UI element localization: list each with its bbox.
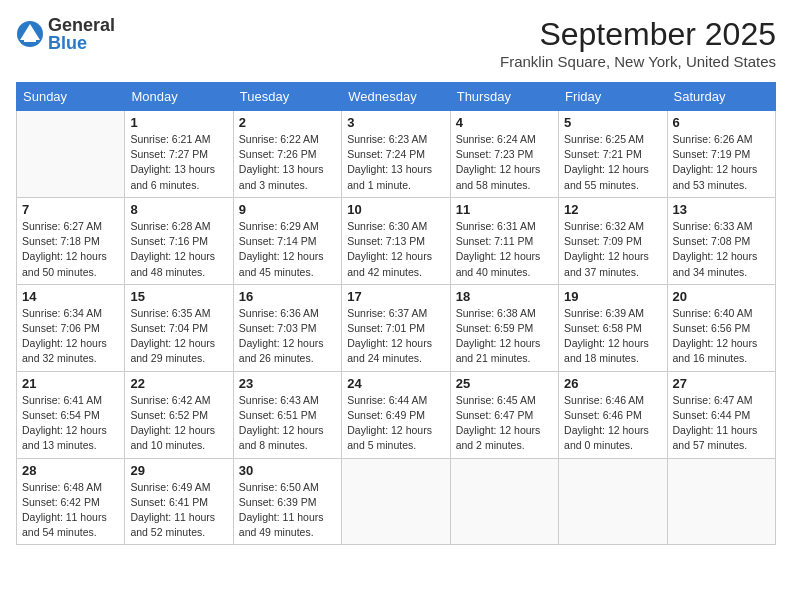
day-info: Sunrise: 6:36 AM Sunset: 7:03 PM Dayligh…: [239, 306, 336, 367]
day-number: 13: [673, 202, 770, 217]
day-info: Sunrise: 6:37 AM Sunset: 7:01 PM Dayligh…: [347, 306, 444, 367]
header-tuesday: Tuesday: [233, 83, 341, 111]
day-number: 14: [22, 289, 119, 304]
calendar-cell: 22Sunrise: 6:42 AM Sunset: 6:52 PM Dayli…: [125, 371, 233, 458]
day-info: Sunrise: 6:30 AM Sunset: 7:13 PM Dayligh…: [347, 219, 444, 280]
calendar-cell: [450, 458, 558, 545]
calendar-cell: [342, 458, 450, 545]
calendar-cell: 24Sunrise: 6:44 AM Sunset: 6:49 PM Dayli…: [342, 371, 450, 458]
calendar-cell: 26Sunrise: 6:46 AM Sunset: 6:46 PM Dayli…: [559, 371, 667, 458]
day-info: Sunrise: 6:26 AM Sunset: 7:19 PM Dayligh…: [673, 132, 770, 193]
calendar-cell: 9Sunrise: 6:29 AM Sunset: 7:14 PM Daylig…: [233, 197, 341, 284]
calendar-cell: 16Sunrise: 6:36 AM Sunset: 7:03 PM Dayli…: [233, 284, 341, 371]
day-number: 15: [130, 289, 227, 304]
day-number: 30: [239, 463, 336, 478]
day-info: Sunrise: 6:48 AM Sunset: 6:42 PM Dayligh…: [22, 480, 119, 541]
day-number: 5: [564, 115, 661, 130]
svg-rect-2: [24, 37, 36, 42]
calendar-cell: 6Sunrise: 6:26 AM Sunset: 7:19 PM Daylig…: [667, 111, 775, 198]
logo-blue: Blue: [48, 34, 115, 52]
calendar-cell: 20Sunrise: 6:40 AM Sunset: 6:56 PM Dayli…: [667, 284, 775, 371]
day-number: 7: [22, 202, 119, 217]
calendar-header-row: SundayMondayTuesdayWednesdayThursdayFrid…: [17, 83, 776, 111]
day-number: 26: [564, 376, 661, 391]
day-info: Sunrise: 6:31 AM Sunset: 7:11 PM Dayligh…: [456, 219, 553, 280]
calendar-cell: 10Sunrise: 6:30 AM Sunset: 7:13 PM Dayli…: [342, 197, 450, 284]
day-number: 23: [239, 376, 336, 391]
day-number: 20: [673, 289, 770, 304]
day-number: 2: [239, 115, 336, 130]
day-info: Sunrise: 6:34 AM Sunset: 7:06 PM Dayligh…: [22, 306, 119, 367]
day-number: 16: [239, 289, 336, 304]
week-row-5: 28Sunrise: 6:48 AM Sunset: 6:42 PM Dayli…: [17, 458, 776, 545]
calendar-cell: 29Sunrise: 6:49 AM Sunset: 6:41 PM Dayli…: [125, 458, 233, 545]
day-number: 1: [130, 115, 227, 130]
day-info: Sunrise: 6:21 AM Sunset: 7:27 PM Dayligh…: [130, 132, 227, 193]
logo-text: General Blue: [48, 16, 115, 52]
day-info: Sunrise: 6:38 AM Sunset: 6:59 PM Dayligh…: [456, 306, 553, 367]
day-number: 19: [564, 289, 661, 304]
day-number: 4: [456, 115, 553, 130]
day-info: Sunrise: 6:41 AM Sunset: 6:54 PM Dayligh…: [22, 393, 119, 454]
day-number: 28: [22, 463, 119, 478]
calendar-table: SundayMondayTuesdayWednesdayThursdayFrid…: [16, 82, 776, 545]
header-thursday: Thursday: [450, 83, 558, 111]
day-info: Sunrise: 6:43 AM Sunset: 6:51 PM Dayligh…: [239, 393, 336, 454]
calendar-cell: 7Sunrise: 6:27 AM Sunset: 7:18 PM Daylig…: [17, 197, 125, 284]
week-row-1: 1Sunrise: 6:21 AM Sunset: 7:27 PM Daylig…: [17, 111, 776, 198]
calendar-cell: 21Sunrise: 6:41 AM Sunset: 6:54 PM Dayli…: [17, 371, 125, 458]
day-info: Sunrise: 6:29 AM Sunset: 7:14 PM Dayligh…: [239, 219, 336, 280]
calendar-cell: 12Sunrise: 6:32 AM Sunset: 7:09 PM Dayli…: [559, 197, 667, 284]
day-info: Sunrise: 6:28 AM Sunset: 7:16 PM Dayligh…: [130, 219, 227, 280]
calendar-cell: [667, 458, 775, 545]
day-info: Sunrise: 6:24 AM Sunset: 7:23 PM Dayligh…: [456, 132, 553, 193]
day-info: Sunrise: 6:33 AM Sunset: 7:08 PM Dayligh…: [673, 219, 770, 280]
day-number: 11: [456, 202, 553, 217]
calendar-cell: [17, 111, 125, 198]
day-info: Sunrise: 6:45 AM Sunset: 6:47 PM Dayligh…: [456, 393, 553, 454]
calendar-cell: 11Sunrise: 6:31 AM Sunset: 7:11 PM Dayli…: [450, 197, 558, 284]
day-number: 8: [130, 202, 227, 217]
day-info: Sunrise: 6:32 AM Sunset: 7:09 PM Dayligh…: [564, 219, 661, 280]
calendar-cell: 19Sunrise: 6:39 AM Sunset: 6:58 PM Dayli…: [559, 284, 667, 371]
day-info: Sunrise: 6:50 AM Sunset: 6:39 PM Dayligh…: [239, 480, 336, 541]
day-number: 25: [456, 376, 553, 391]
day-info: Sunrise: 6:22 AM Sunset: 7:26 PM Dayligh…: [239, 132, 336, 193]
calendar-cell: 27Sunrise: 6:47 AM Sunset: 6:44 PM Dayli…: [667, 371, 775, 458]
calendar-cell: 1Sunrise: 6:21 AM Sunset: 7:27 PM Daylig…: [125, 111, 233, 198]
week-row-2: 7Sunrise: 6:27 AM Sunset: 7:18 PM Daylig…: [17, 197, 776, 284]
day-info: Sunrise: 6:35 AM Sunset: 7:04 PM Dayligh…: [130, 306, 227, 367]
calendar-cell: 25Sunrise: 6:45 AM Sunset: 6:47 PM Dayli…: [450, 371, 558, 458]
calendar-cell: 13Sunrise: 6:33 AM Sunset: 7:08 PM Dayli…: [667, 197, 775, 284]
day-info: Sunrise: 6:27 AM Sunset: 7:18 PM Dayligh…: [22, 219, 119, 280]
day-number: 18: [456, 289, 553, 304]
location: Franklin Square, New York, United States: [500, 53, 776, 70]
day-info: Sunrise: 6:47 AM Sunset: 6:44 PM Dayligh…: [673, 393, 770, 454]
day-info: Sunrise: 6:25 AM Sunset: 7:21 PM Dayligh…: [564, 132, 661, 193]
day-number: 27: [673, 376, 770, 391]
calendar-cell: 17Sunrise: 6:37 AM Sunset: 7:01 PM Dayli…: [342, 284, 450, 371]
header-sunday: Sunday: [17, 83, 125, 111]
day-info: Sunrise: 6:46 AM Sunset: 6:46 PM Dayligh…: [564, 393, 661, 454]
day-number: 3: [347, 115, 444, 130]
day-info: Sunrise: 6:49 AM Sunset: 6:41 PM Dayligh…: [130, 480, 227, 541]
calendar-cell: 8Sunrise: 6:28 AM Sunset: 7:16 PM Daylig…: [125, 197, 233, 284]
day-number: 21: [22, 376, 119, 391]
day-number: 22: [130, 376, 227, 391]
calendar-cell: 28Sunrise: 6:48 AM Sunset: 6:42 PM Dayli…: [17, 458, 125, 545]
header-friday: Friday: [559, 83, 667, 111]
calendar-cell: 14Sunrise: 6:34 AM Sunset: 7:06 PM Dayli…: [17, 284, 125, 371]
day-number: 10: [347, 202, 444, 217]
calendar-cell: [559, 458, 667, 545]
calendar-cell: 23Sunrise: 6:43 AM Sunset: 6:51 PM Dayli…: [233, 371, 341, 458]
calendar-cell: 4Sunrise: 6:24 AM Sunset: 7:23 PM Daylig…: [450, 111, 558, 198]
calendar-cell: 15Sunrise: 6:35 AM Sunset: 7:04 PM Dayli…: [125, 284, 233, 371]
header-saturday: Saturday: [667, 83, 775, 111]
day-number: 12: [564, 202, 661, 217]
logo-icon: [16, 20, 44, 48]
logo: General Blue: [16, 16, 115, 52]
header-monday: Monday: [125, 83, 233, 111]
month-title: September 2025: [500, 16, 776, 53]
week-row-3: 14Sunrise: 6:34 AM Sunset: 7:06 PM Dayli…: [17, 284, 776, 371]
day-info: Sunrise: 6:39 AM Sunset: 6:58 PM Dayligh…: [564, 306, 661, 367]
